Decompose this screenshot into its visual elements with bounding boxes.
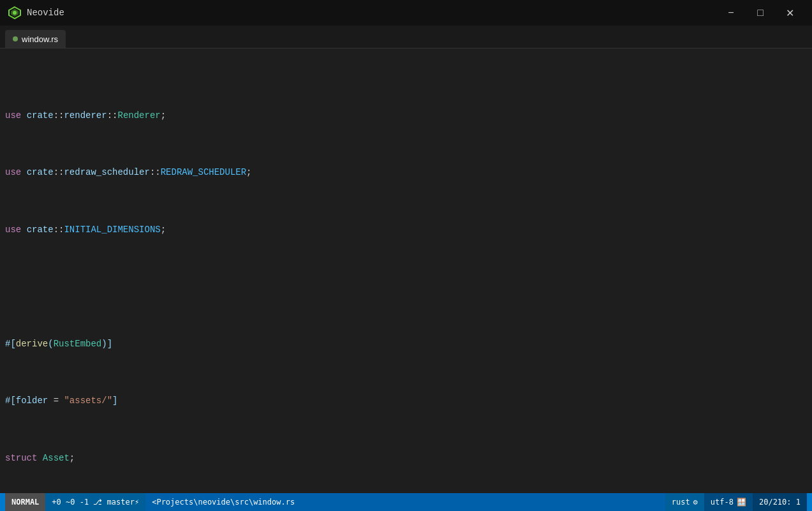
minimize-button[interactable]: −	[716, 0, 746, 26]
app-logo	[8, 6, 22, 20]
app-title: Neovide	[27, 8, 64, 18]
maximize-button[interactable]: □	[746, 0, 775, 26]
code-content: use crate::renderer::Renderer; use crate…	[0, 51, 812, 493]
tabbar: window.rs	[0, 26, 812, 48]
svg-point-2	[13, 11, 17, 15]
titlebar: Neovide − □ ✕	[0, 0, 812, 26]
status-position: 20/210: 1	[753, 493, 807, 511]
git-info: +0 ~0 -1 ⎇ master⚡	[52, 498, 139, 507]
close-button[interactable]: ✕	[775, 0, 804, 26]
tab-window-rs[interactable]: window.rs	[5, 30, 66, 48]
tab-label: window.rs	[22, 34, 58, 44]
code-line: use crate::redraw_scheduler::REDRAW_SCHE…	[0, 165, 812, 179]
lang-icon: ⚙	[693, 498, 698, 507]
status-filepath: <Projects\neovide\src\window.rs	[145, 493, 665, 511]
window-controls: − □ ✕	[716, 0, 804, 26]
code-line: use crate::INITIAL_DIMENSIONS;	[0, 223, 812, 237]
lang-label: rust	[672, 498, 690, 507]
position-label: 20/210: 1	[759, 498, 801, 507]
statusbar: NORMAL +0 ~0 -1 ⎇ master⚡ <Projects\neov…	[0, 493, 812, 511]
status-lang: rust ⚙	[665, 493, 704, 511]
filepath-label: <Projects\neovide\src\window.rs	[152, 498, 295, 507]
code-line: use crate::renderer::Renderer;	[0, 108, 812, 122]
code-line: #[derive(RustEmbed)]	[0, 337, 812, 351]
status-git: +0 ~0 -1 ⎇ master⚡	[45, 493, 145, 511]
code-line: struct Asset;	[0, 451, 812, 465]
status-mode: NORMAL	[5, 493, 45, 511]
status-encoding: utf-8 🪟	[704, 493, 753, 511]
mode-label: NORMAL	[11, 498, 39, 507]
code-line-empty	[0, 279, 812, 293]
os-icon: 🪟	[737, 498, 746, 507]
code-line: #[folder = "assets/"]	[0, 394, 812, 408]
editor-area[interactable]: use crate::renderer::Renderer; use crate…	[0, 48, 812, 493]
encoding-label: utf-8	[711, 498, 734, 507]
tab-modified-dot	[13, 36, 18, 41]
